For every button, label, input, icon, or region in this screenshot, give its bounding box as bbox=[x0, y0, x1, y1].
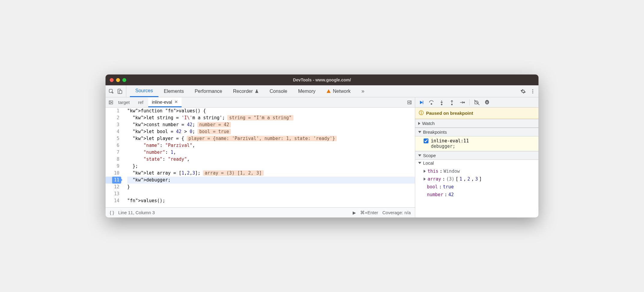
chevron-right-icon bbox=[418, 122, 420, 125]
sources-pane: target ref inline-eval ✕ 123456789101112… bbox=[106, 97, 415, 217]
minimize-window-button[interactable] bbox=[116, 78, 120, 82]
scope-variable[interactable]: array: (3) [1, 2, 3] bbox=[415, 175, 538, 183]
scope-variable[interactable]: number: 42 bbox=[415, 191, 538, 199]
code-line[interactable]: "kw">let array = [1,2,3];array = (3) [1,… bbox=[127, 170, 415, 177]
step-out-button[interactable] bbox=[449, 99, 455, 105]
coverage-status: Coverage: n/a bbox=[382, 210, 411, 215]
scope-local-header[interactable]: Local bbox=[415, 160, 538, 166]
code-editor[interactable]: 1234567891011121314 "kw">function "fn">v… bbox=[106, 108, 415, 207]
pause-on-exceptions-button[interactable] bbox=[484, 99, 490, 105]
chevron-down-icon bbox=[418, 154, 421, 157]
run-shortcut-hint: ⌘+Enter bbox=[360, 210, 378, 215]
scope-section-header[interactable]: Scope bbox=[415, 151, 538, 160]
chevron-down-icon bbox=[418, 131, 421, 133]
run-snippet-button[interactable]: ▶ bbox=[353, 210, 356, 215]
watch-section-header[interactable]: Watch bbox=[415, 119, 538, 128]
code-line[interactable]: "kw">const number = 42;number = 42 bbox=[127, 121, 415, 128]
scope-variable[interactable]: this: Window bbox=[415, 167, 538, 175]
traffic-lights bbox=[110, 78, 126, 82]
step-button[interactable] bbox=[459, 99, 465, 105]
code-line[interactable]: "state": "ready", bbox=[127, 156, 415, 163]
navigator-toggle-icon[interactable] bbox=[109, 100, 113, 105]
breakpoint-label: inline-eval:11 bbox=[431, 138, 469, 144]
line-number[interactable]: 14 bbox=[106, 197, 119, 204]
tab-recorder[interactable]: Recorder bbox=[228, 85, 264, 97]
svg-rect-12 bbox=[486, 101, 487, 103]
tab-sources[interactable]: Sources bbox=[130, 85, 158, 97]
code-line[interactable]: }; bbox=[127, 163, 415, 170]
line-number[interactable]: 5 bbox=[106, 135, 119, 142]
line-number[interactable]: 6 bbox=[106, 142, 119, 149]
line-number[interactable]: 12 bbox=[106, 184, 119, 190]
line-number[interactable]: 13 bbox=[106, 190, 119, 197]
chevron-right-icon bbox=[424, 178, 426, 181]
step-into-button[interactable] bbox=[439, 99, 445, 105]
code-line[interactable]: "number": 1, bbox=[127, 149, 415, 156]
tab-network[interactable]: Network bbox=[321, 85, 356, 97]
tab-elements[interactable]: Elements bbox=[158, 85, 189, 97]
line-number[interactable]: 11 bbox=[106, 177, 119, 184]
inspect-element-icon[interactable] bbox=[109, 89, 114, 94]
code-line[interactable]: } bbox=[127, 184, 415, 190]
line-number[interactable]: 1 bbox=[106, 108, 119, 114]
code-line[interactable]: "fn">values(); bbox=[127, 197, 415, 204]
tab-performance[interactable]: Performance bbox=[189, 85, 228, 97]
code-line[interactable] bbox=[127, 190, 415, 197]
code-content[interactable]: "kw">function "fn">values() { "kw">let s… bbox=[124, 108, 415, 207]
line-gutter[interactable]: 1234567891011121314 bbox=[106, 108, 124, 207]
editor-status-bar: { } Line 11, Column 3 ▶ ⌘+Enter Coverage… bbox=[106, 207, 415, 217]
breakpoint-checkbox[interactable] bbox=[424, 138, 428, 143]
debugger-pane: ⓘ Paused on breakpoint Watch Breakpoints… bbox=[415, 97, 538, 217]
svg-point-3 bbox=[532, 89, 533, 90]
step-over-button[interactable] bbox=[428, 99, 434, 105]
code-line[interactable]: "kw">let player = {player = {name: 'Parz… bbox=[127, 135, 415, 142]
titlebar: DevTools - www.google.com/ bbox=[106, 75, 538, 85]
breakpoints-section-header[interactable]: Breakpoints bbox=[415, 128, 538, 136]
code-line[interactable]: "kw">let bool = 42 > 0;bool = true bbox=[127, 128, 415, 135]
code-line[interactable]: "name": "Parzival", bbox=[127, 142, 415, 149]
close-icon[interactable]: ✕ bbox=[174, 99, 178, 104]
svg-point-4 bbox=[532, 91, 533, 92]
scope-local-body: this: Windowarray: (3) [1, 2, 3]bool: tr… bbox=[415, 166, 538, 200]
line-number[interactable]: 2 bbox=[106, 114, 119, 121]
line-number[interactable]: 10 bbox=[106, 170, 119, 177]
line-number[interactable]: 9 bbox=[106, 163, 119, 170]
close-window-button[interactable] bbox=[110, 78, 114, 82]
gear-icon[interactable] bbox=[520, 89, 526, 94]
code-line[interactable]: "kw">function "fn">values() { bbox=[127, 108, 415, 114]
kebab-menu-icon[interactable] bbox=[530, 89, 535, 94]
code-line[interactable]: "kw">let string = 'I\'m a string';string… bbox=[127, 114, 415, 121]
file-tab-target[interactable]: target bbox=[115, 97, 133, 107]
chevron-down-icon bbox=[418, 162, 421, 164]
breakpoint-snippet: debugger; bbox=[424, 144, 535, 149]
scope-variable[interactable]: bool: true bbox=[415, 183, 538, 191]
experiment-icon bbox=[255, 89, 259, 93]
svg-point-9 bbox=[441, 104, 442, 105]
tab-memory[interactable]: Memory bbox=[293, 85, 321, 97]
line-number[interactable]: 3 bbox=[106, 121, 119, 128]
line-number[interactable]: 7 bbox=[106, 149, 119, 156]
svg-rect-2 bbox=[119, 90, 122, 94]
device-toolbar-icon[interactable] bbox=[117, 89, 122, 94]
window-title: DevTools - www.google.com/ bbox=[106, 78, 538, 82]
svg-point-10 bbox=[451, 104, 452, 105]
resume-button[interactable] bbox=[418, 99, 424, 105]
file-tab-inline-eval[interactable]: inline-eval ✕ bbox=[148, 97, 182, 107]
pause-banner: ⓘ Paused on breakpoint bbox=[415, 108, 538, 119]
line-number[interactable]: 4 bbox=[106, 128, 119, 135]
debugger-toggle-icon[interactable] bbox=[407, 100, 412, 105]
line-number[interactable]: 8 bbox=[106, 156, 119, 163]
tabs-overflow[interactable]: » bbox=[356, 85, 370, 97]
svg-point-8 bbox=[431, 103, 432, 104]
maximize-window-button[interactable] bbox=[122, 78, 126, 82]
pause-message: Paused on breakpoint bbox=[426, 111, 473, 116]
deactivate-breakpoints-button[interactable] bbox=[474, 99, 480, 105]
file-tab-ref[interactable]: ref bbox=[134, 97, 147, 107]
svg-point-11 bbox=[464, 102, 465, 103]
info-icon: ⓘ bbox=[419, 110, 424, 116]
breakpoint-item[interactable]: inline-eval:11 debugger; bbox=[415, 136, 538, 151]
code-line[interactable]: "kw">debugger; bbox=[127, 177, 415, 184]
file-tabs: target ref inline-eval ✕ bbox=[106, 97, 415, 108]
tab-console[interactable]: Console bbox=[264, 85, 293, 97]
pretty-print-button[interactable]: { } bbox=[110, 210, 114, 215]
